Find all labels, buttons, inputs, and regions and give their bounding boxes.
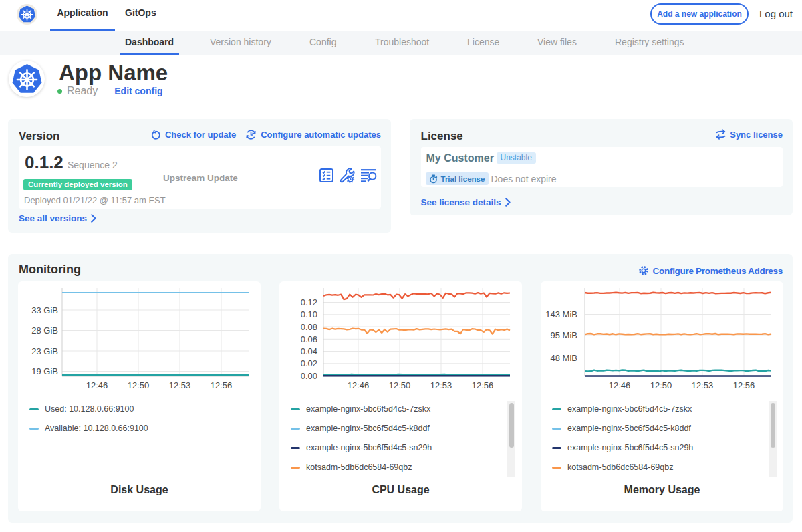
svg-text:12:46: 12:46 xyxy=(609,380,631,390)
svg-text:12:53: 12:53 xyxy=(430,380,452,390)
svg-text:12:56: 12:56 xyxy=(472,380,494,390)
svg-text:12:46: 12:46 xyxy=(86,380,108,390)
svg-text:12:56: 12:56 xyxy=(733,380,755,390)
svg-text:0.10: 0.10 xyxy=(301,309,317,319)
svg-text:0.00: 0.00 xyxy=(301,371,317,381)
svg-text:12:50: 12:50 xyxy=(128,380,150,390)
svg-text:0.04: 0.04 xyxy=(301,346,317,356)
svg-text:95 MiB: 95 MiB xyxy=(551,330,577,340)
svg-text:12:50: 12:50 xyxy=(650,380,672,390)
svg-text:33 GiB: 33 GiB xyxy=(31,305,58,315)
svg-text:12:46: 12:46 xyxy=(348,380,370,390)
svg-text:12:53: 12:53 xyxy=(169,380,191,390)
svg-text:12:56: 12:56 xyxy=(211,380,233,390)
svg-text:48 MiB: 48 MiB xyxy=(551,353,577,363)
svg-text:12:53: 12:53 xyxy=(692,380,714,390)
svg-text:143 MiB: 143 MiB xyxy=(545,309,577,319)
svg-text:0.08: 0.08 xyxy=(301,322,317,332)
svg-text:0.12: 0.12 xyxy=(301,297,317,307)
svg-text:19 GiB: 19 GiB xyxy=(31,366,58,376)
svg-text:28 GiB: 28 GiB xyxy=(31,325,58,336)
svg-text:0.06: 0.06 xyxy=(301,334,317,344)
svg-text:12:50: 12:50 xyxy=(389,380,411,390)
svg-text:0.02: 0.02 xyxy=(301,358,317,368)
svg-text:23 GiB: 23 GiB xyxy=(31,346,58,356)
